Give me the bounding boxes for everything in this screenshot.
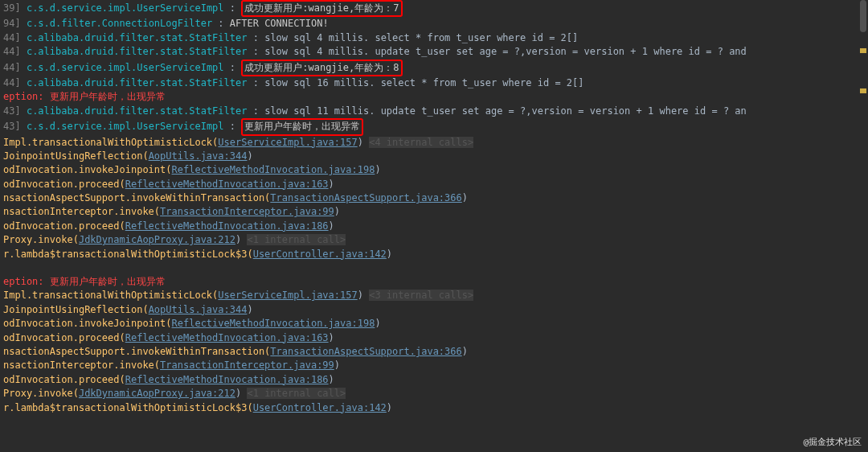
source-link[interactable]: UserServiceImpl.java:157 — [218, 137, 357, 148]
stack-method: odInvocation.invokeJoinpoint( — [3, 164, 172, 175]
line-num: 44] — [3, 46, 21, 57]
source-link[interactable]: TransactionAspectSupport.java:366 — [270, 192, 461, 203]
source-link[interactable]: TransactionInterceptor.java:99 — [160, 360, 334, 371]
line-num: 44] — [3, 77, 21, 88]
log-msg: slow sql 16 millis. select * from t_user… — [264, 77, 583, 88]
stack-method: JoinpointUsingReflection( — [3, 150, 149, 162]
scrollbar-mark[interactable] — [860, 88, 866, 93]
stack-line: r.lambda$transactionalWithOptimisticLock… — [0, 248, 868, 261]
stack-method: r.lambda$transactionalWithOptimisticLock… — [3, 402, 253, 413]
blank-line — [0, 261, 868, 275]
stack-line: nsactionInterceptor.invoke(TransactionIn… — [0, 359, 868, 372]
stack-line: odInvocation.proceed(ReflectiveMethodInv… — [0, 373, 868, 387]
log-msg: 成功更新用户:wangjie,年龄为：7 — [244, 2, 399, 14]
source-link[interactable]: ReflectiveMethodInvocation.java:186 — [125, 374, 329, 385]
line-num: 43] — [3, 121, 21, 132]
stack-line: nsactionInterceptor.invoke(TransactionIn… — [0, 205, 868, 219]
stack-method: Proxy.invoke( — [3, 234, 79, 245]
source-link[interactable]: ReflectiveMethodInvocation.java:198 — [172, 164, 375, 175]
stack-method: odInvocation.proceed( — [3, 220, 125, 232]
source-link[interactable]: ReflectiveMethodInvocation.java:198 — [172, 318, 375, 329]
highlight-box: 更新用户年龄时，出现异常 — [241, 118, 363, 135]
exception-text: eption: 更新用户年龄时，出现异常 — [3, 91, 166, 102]
stack-method: Impl.transactionalWithOptimisticLock( — [3, 137, 218, 148]
log-line: 44] c.alibaba.druid.filter.stat.StatFilt… — [0, 31, 868, 45]
stack-line: nsactionAspectSupport.invokeWithinTransa… — [0, 345, 868, 359]
log-msg: slow sql 4 millis. update t_user set age… — [264, 46, 747, 57]
stack-method: nsactionInterceptor.invoke( — [3, 206, 160, 217]
stack-line: odInvocation.proceed(ReflectiveMethodInv… — [0, 220, 868, 233]
stack-line: Proxy.invoke(JdkDynamicAopProxy.java:212… — [0, 387, 868, 401]
line-num: 44] — [3, 32, 21, 43]
logger-name: c.alibaba.druid.filter.stat.StatFilter — [27, 32, 248, 43]
stack-line: odInvocation.invokeJoinpoint(ReflectiveM… — [0, 317, 868, 331]
log-line: 44] c.alibaba.druid.filter.stat.StatFilt… — [0, 76, 868, 90]
stack-method: odInvocation.proceed( — [3, 374, 125, 385]
log-line: 43] c.alibaba.druid.filter.stat.StatFilt… — [0, 105, 868, 118]
source-link[interactable]: UserServiceImpl.java:157 — [218, 290, 357, 301]
log-line: 44] c.s.d.service.impl.UserServiceImpl :… — [0, 60, 868, 76]
line-num: 39] — [3, 2, 21, 14]
internal-calls: <1 internal call> — [247, 388, 346, 399]
stack-method: nsactionAspectSupport.invokeWithinTransa… — [3, 346, 270, 357]
stack-line: odInvocation.proceed(ReflectiveMethodInv… — [0, 178, 868, 191]
log-line: eption: 更新用户年龄时，出现异常 — [0, 90, 868, 104]
watermark: @掘金技术社区 — [803, 436, 862, 449]
log-msg: slow sql 11 millis. update t_user set ag… — [264, 105, 747, 117]
stack-method: JoinpointUsingReflection( — [3, 304, 149, 315]
source-link[interactable]: TransactionInterceptor.java:99 — [160, 206, 334, 217]
stack-method: odInvocation.proceed( — [3, 332, 125, 343]
source-link[interactable]: JdkDynamicAopProxy.java:212 — [79, 388, 235, 399]
stack-line: JoinpointUsingReflection(AopUtils.java:3… — [0, 150, 868, 163]
stack-method: r.lambda$transactionalWithOptimisticLock… — [3, 249, 253, 260]
stack-method: odInvocation.proceed( — [3, 179, 125, 190]
source-link[interactable]: ReflectiveMethodInvocation.java:163 — [125, 332, 329, 343]
stack-method: odInvocation.invokeJoinpoint( — [3, 318, 172, 329]
internal-calls: <4 internal calls> — [369, 137, 473, 148]
source-link[interactable]: ReflectiveMethodInvocation.java:186 — [125, 220, 329, 232]
log-line: 94] c.s.d.filter.ConnectionLogFilter : A… — [0, 17, 868, 31]
stack-method: nsactionAspectSupport.invokeWithinTransa… — [3, 192, 270, 203]
source-link[interactable]: TransactionAspectSupport.java:366 — [270, 346, 461, 357]
internal-calls: <1 internal call> — [247, 234, 346, 245]
line-num: 94] — [3, 18, 21, 29]
stack-method: Impl.transactionalWithOptimisticLock( — [3, 290, 218, 301]
scrollbar-thumb[interactable] — [860, 0, 866, 32]
log-msg: slow sql 4 millis. select * from t_user … — [264, 32, 578, 43]
logger-name: c.s.d.service.impl.UserServiceImpl — [27, 2, 224, 14]
logger-name: c.s.d.service.impl.UserServiceImpl — [27, 121, 224, 132]
exception-text: eption: 更新用户年龄时，出现异常 — [3, 276, 166, 287]
logger-name: c.s.d.service.impl.UserServiceImpl — [27, 62, 224, 73]
line-num: 44] — [3, 62, 21, 73]
log-msg: AFTER CONNECTION! — [230, 18, 329, 29]
source-link[interactable]: AopUtils.java:344 — [149, 304, 248, 315]
scrollbar-mark[interactable] — [860, 48, 866, 53]
highlight-box: 成功更新用户:wangjie,年龄为：7 — [241, 0, 402, 17]
stack-method: nsactionInterceptor.invoke( — [3, 360, 160, 371]
logger-name: c.alibaba.druid.filter.stat.StatFilter — [27, 46, 248, 57]
internal-calls: <3 internal calls> — [369, 290, 473, 301]
source-link[interactable]: ReflectiveMethodInvocation.java:163 — [125, 179, 329, 190]
stack-line: odInvocation.invokeJoinpoint(ReflectiveM… — [0, 163, 868, 177]
source-link[interactable]: JdkDynamicAopProxy.java:212 — [79, 234, 235, 245]
stack-line: Impl.transactionalWithOptimisticLock(Use… — [0, 289, 868, 302]
stack-line: odInvocation.proceed(ReflectiveMethodInv… — [0, 331, 868, 345]
stack-line: JoinpointUsingReflection(AopUtils.java:3… — [0, 303, 868, 317]
log-line: 43] c.s.d.service.impl.UserServiceImpl :… — [0, 118, 868, 135]
logger-name: c.alibaba.druid.filter.stat.StatFilter — [27, 105, 248, 117]
source-link[interactable]: AopUtils.java:344 — [149, 150, 248, 162]
stack-line: Impl.transactionalWithOptimisticLock(Use… — [0, 136, 868, 150]
log-line: 39] c.s.d.service.impl.UserServiceImpl :… — [0, 0, 868, 17]
stack-method: Proxy.invoke( — [3, 388, 79, 399]
log-line: 44] c.alibaba.druid.filter.stat.StatFilt… — [0, 45, 868, 59]
stack-line: Proxy.invoke(JdkDynamicAopProxy.java:212… — [0, 233, 868, 247]
line-num: 43] — [3, 105, 21, 117]
stack-line: nsactionAspectSupport.invokeWithinTransa… — [0, 191, 868, 205]
log-msg: 更新用户年龄时，出现异常 — [244, 121, 360, 132]
log-line: eption: 更新用户年龄时，出现异常 — [0, 275, 868, 289]
logger-name: c.alibaba.druid.filter.stat.StatFilter — [27, 77, 248, 88]
highlight-box: 成功更新用户:wangjie,年龄为：8 — [241, 60, 402, 76]
source-link[interactable]: UserController.java:142 — [253, 249, 387, 260]
stack-line: r.lambda$transactionalWithOptimisticLock… — [0, 401, 868, 415]
source-link[interactable]: UserController.java:142 — [253, 402, 387, 413]
